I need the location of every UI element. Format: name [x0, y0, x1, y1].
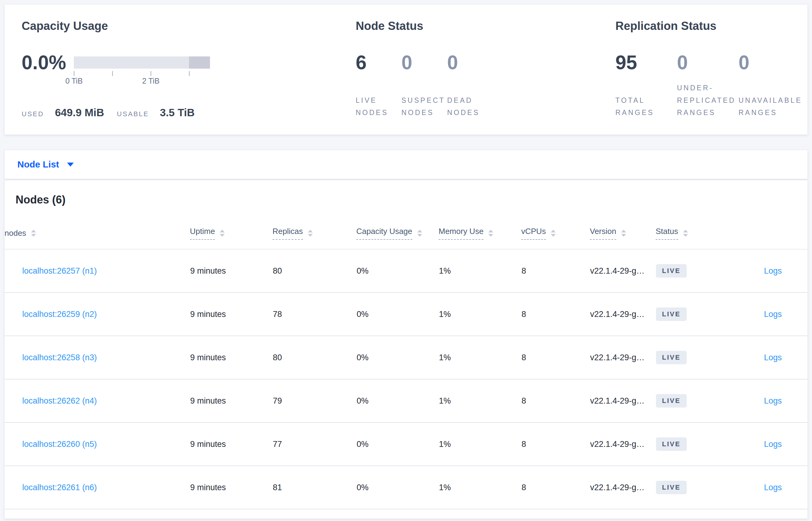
memory-use-cell: 1%	[438, 293, 521, 336]
table-row: localhost:26260 (n5) 9 minutes 77 0% 1% …	[5, 423, 807, 466]
sort-icon	[683, 230, 688, 237]
node-list-dropdown-label: Node List	[17, 159, 59, 169]
memory-use-cell: 1%	[438, 249, 521, 293]
column-header[interactable]: Version	[590, 207, 655, 249]
status-badge: LIVE	[656, 264, 687, 277]
logs-cell: Logs	[729, 249, 807, 293]
column-header-label: Uptime	[190, 227, 215, 240]
logs-cell: Logs	[729, 379, 807, 423]
node-address-cell: localhost:26258 (n3)	[5, 336, 190, 379]
column-header[interactable]: Uptime	[190, 207, 272, 249]
stat: 0 UNDER-REPLICATED RANGES	[677, 33, 739, 119]
node-link[interactable]: localhost:26261 (n6)	[22, 483, 97, 492]
column-header[interactable]	[729, 207, 807, 249]
logs-link[interactable]: Logs	[764, 396, 782, 405]
capacity-usage-cell: 0%	[356, 336, 438, 379]
capacity-bar-overflow-segment	[189, 56, 210, 69]
logs-link[interactable]: Logs	[764, 310, 782, 319]
node-link[interactable]: localhost:26260 (n5)	[22, 439, 97, 449]
status-cell: LIVE	[655, 293, 729, 336]
stat-value: 95	[615, 50, 677, 75]
vcpus-cell: 8	[521, 293, 590, 336]
nodes-card: Nodes (6) nodes	[4, 180, 808, 519]
vcpus-cell: 8	[521, 379, 590, 423]
logs-cell: Logs	[729, 466, 807, 509]
sort-icon	[621, 230, 626, 237]
capacity-usage-section: Capacity Usage 0.0% 0 TiB	[22, 19, 356, 119]
node-address-cell: localhost:26260 (n5)	[5, 423, 190, 466]
table-row: localhost:26261 (n6) 9 minutes 81 0% 1% …	[5, 466, 807, 509]
nodes-count-title: Nodes (6)	[16, 192, 807, 207]
capacity-usage-cell: 0%	[356, 466, 438, 509]
used-label: USED	[22, 110, 44, 118]
capacity-axis	[74, 69, 210, 76]
memory-use-cell: 1%	[438, 336, 521, 379]
column-header[interactable]: Replicas	[272, 207, 356, 249]
version-cell: v22.1.4-29-g…	[590, 379, 655, 423]
column-header[interactable]: Capacity Usage	[356, 207, 438, 249]
status-badge: LIVE	[656, 481, 687, 494]
node-link[interactable]: localhost:26259 (n2)	[22, 310, 97, 319]
logs-link[interactable]: Logs	[764, 483, 782, 492]
column-header[interactable]: vCPUs	[521, 207, 590, 249]
sort-icon	[488, 230, 493, 237]
table-row: localhost:26259 (n2) 9 minutes 78 0% 1% …	[5, 293, 807, 336]
used-value: 649.9 MiB	[55, 107, 104, 119]
sort-icon	[551, 230, 556, 237]
status-cell: LIVE	[655, 249, 729, 293]
uptime-cell: 9 minutes	[190, 423, 272, 466]
axis-tick	[74, 71, 74, 76]
replicas-cell: 79	[272, 379, 356, 423]
stat-label: TOTAL RANGES	[615, 94, 675, 119]
node-list-dropdown[interactable]: Node List	[17, 159, 74, 169]
capacity-usage-cell: 0%	[356, 249, 438, 293]
stat: 0 SUSPECT NODES	[401, 33, 447, 119]
status-badge: LIVE	[656, 437, 687, 451]
node-link[interactable]: localhost:26262 (n4)	[22, 396, 97, 405]
stat-label: DEAD NODES	[447, 94, 493, 119]
memory-use-cell: 1%	[438, 423, 521, 466]
table-row: localhost:26258 (n3) 9 minutes 80 0% 1% …	[5, 336, 807, 379]
replication-status-title: Replication Status	[615, 19, 798, 33]
logs-cell: Logs	[729, 293, 807, 336]
stat-value: 0	[447, 50, 493, 75]
logs-link[interactable]: Logs	[764, 353, 782, 362]
node-link[interactable]: localhost:26257 (n1)	[22, 266, 97, 275]
stat-label: UNAVAILABLE RANGES	[739, 94, 798, 119]
node-link[interactable]: localhost:26258 (n3)	[22, 353, 97, 362]
axis-tick	[189, 71, 190, 76]
replication-status-section: Replication Status 95 TOTAL RANGES 0 UND…	[615, 19, 798, 119]
logs-link[interactable]: Logs	[764, 439, 782, 449]
sort-icon	[220, 230, 225, 237]
view-selector-bar: Node List	[4, 150, 808, 179]
cluster-overview-page: Capacity Usage 0.0% 0 TiB	[0, 0, 812, 521]
uptime-cell: 9 minutes	[190, 293, 272, 336]
capacity-usage-title: Capacity Usage	[22, 19, 356, 33]
column-header[interactable]: Status	[655, 207, 729, 249]
stat-value: 6	[356, 50, 401, 75]
capacity-usage-cell: 0%	[356, 293, 438, 336]
column-header[interactable]: nodes	[5, 207, 190, 249]
version-cell: v22.1.4-29-g…	[590, 466, 655, 509]
node-address-cell: localhost:26261 (n6)	[5, 466, 190, 509]
stat-label: SUSPECT NODES	[401, 94, 447, 119]
replicas-cell: 81	[272, 466, 356, 509]
chevron-down-icon	[67, 163, 74, 166]
version-cell: v22.1.4-29-g…	[590, 423, 655, 466]
stat-label: LIVE NODES	[356, 94, 401, 119]
node-status-title: Node Status	[356, 19, 615, 33]
node-address-cell: localhost:26262 (n4)	[5, 379, 190, 423]
capacity-usage-cell: 0%	[356, 423, 438, 466]
logs-link[interactable]: Logs	[764, 266, 782, 275]
status-badge: LIVE	[656, 308, 687, 321]
status-badge: LIVE	[656, 351, 687, 364]
stat: 6 LIVE NODES	[356, 33, 401, 119]
stat: 0 DEAD NODES	[447, 33, 493, 119]
replicas-cell: 78	[272, 293, 356, 336]
axis-tick-label: 2 TiB	[142, 76, 160, 85]
stat-value: 0	[677, 50, 739, 75]
column-header[interactable]: Memory Use	[438, 207, 521, 249]
table-header-row: nodes Uptime	[5, 207, 807, 249]
logs-cell: Logs	[729, 336, 807, 379]
table-row: localhost:26257 (n1) 9 minutes 80 0% 1% …	[5, 249, 807, 293]
